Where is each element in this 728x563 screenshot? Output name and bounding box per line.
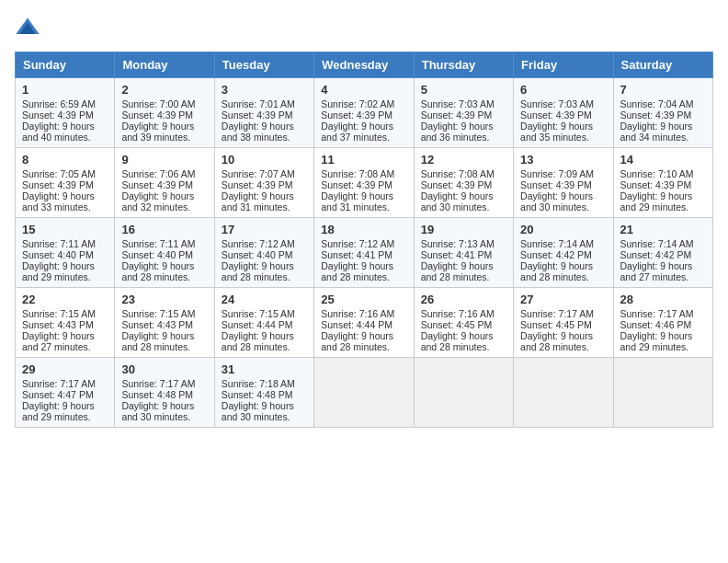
day-number: 8 bbox=[22, 153, 108, 167]
day-number: 21 bbox=[620, 223, 706, 236]
sunrise-label: Sunrise: 7:03 AM bbox=[421, 98, 495, 109]
daylight-label: Daylight: 9 hours and 29 minutes. bbox=[620, 330, 693, 352]
calendar-cell: 11 Sunrise: 7:08 AM Sunset: 4:39 PM Dayl… bbox=[314, 148, 414, 218]
sunrise-label: Sunrise: 7:17 AM bbox=[121, 378, 195, 389]
day-number: 27 bbox=[520, 293, 606, 306]
calendar-cell: 16 Sunrise: 7:11 AM Sunset: 4:40 PM Dayl… bbox=[115, 218, 214, 288]
calendar-cell: 9 Sunrise: 7:06 AM Sunset: 4:39 PM Dayli… bbox=[115, 148, 214, 218]
weekday-header: Wednesday bbox=[314, 52, 414, 78]
daylight-label: Daylight: 9 hours and 40 minutes. bbox=[22, 121, 95, 143]
calendar-cell: 24 Sunrise: 7:15 AM Sunset: 4:44 PM Dayl… bbox=[214, 288, 313, 358]
sunset-label: Sunset: 4:42 PM bbox=[620, 249, 692, 260]
day-number: 10 bbox=[222, 153, 307, 167]
calendar-header-row: SundayMondayTuesdayWednesdayThursdayFrid… bbox=[16, 52, 713, 78]
day-number: 17 bbox=[222, 223, 307, 236]
calendar-cell: 7 Sunrise: 7:04 AM Sunset: 4:39 PM Dayli… bbox=[613, 78, 712, 148]
calendar-cell: 28 Sunrise: 7:17 AM Sunset: 4:46 PM Dayl… bbox=[613, 288, 712, 358]
sunrise-label: Sunrise: 7:18 AM bbox=[222, 378, 295, 389]
sunset-label: Sunset: 4:39 PM bbox=[222, 109, 293, 121]
sunrise-label: Sunrise: 7:12 AM bbox=[222, 238, 295, 249]
day-number: 23 bbox=[121, 293, 207, 306]
day-number: 19 bbox=[421, 223, 506, 236]
daylight-label: Daylight: 9 hours and 30 minutes. bbox=[520, 190, 593, 213]
sunset-label: Sunset: 4:46 PM bbox=[620, 319, 692, 330]
weekday-header: Sunday bbox=[16, 52, 115, 78]
calendar-cell bbox=[314, 358, 414, 428]
daylight-label: Daylight: 9 hours and 31 minutes. bbox=[222, 190, 294, 213]
sunset-label: Sunset: 4:40 PM bbox=[222, 249, 293, 260]
day-number: 25 bbox=[321, 293, 406, 306]
day-number: 11 bbox=[321, 153, 406, 167]
day-number: 28 bbox=[620, 293, 706, 306]
calendar-week-row: 22 Sunrise: 7:15 AM Sunset: 4:43 PM Dayl… bbox=[16, 288, 713, 358]
sunrise-label: Sunrise: 7:11 AM bbox=[22, 238, 96, 249]
calendar-cell: 21 Sunrise: 7:14 AM Sunset: 4:42 PM Dayl… bbox=[613, 218, 712, 288]
sunrise-label: Sunrise: 7:13 AM bbox=[421, 238, 495, 249]
calendar-cell: 8 Sunrise: 7:05 AM Sunset: 4:39 PM Dayli… bbox=[16, 148, 115, 218]
sunset-label: Sunset: 4:44 PM bbox=[222, 319, 293, 330]
sunset-label: Sunset: 4:41 PM bbox=[421, 249, 493, 260]
weekday-header: Thursday bbox=[414, 52, 513, 78]
sunset-label: Sunset: 4:39 PM bbox=[222, 179, 293, 190]
day-number: 12 bbox=[421, 153, 506, 167]
day-number: 26 bbox=[421, 293, 506, 306]
sunset-label: Sunset: 4:45 PM bbox=[421, 319, 493, 330]
sunrise-label: Sunrise: 7:04 AM bbox=[620, 98, 694, 109]
sunrise-label: Sunrise: 7:01 AM bbox=[222, 98, 295, 109]
calendar-cell: 22 Sunrise: 7:15 AM Sunset: 4:43 PM Dayl… bbox=[16, 288, 115, 358]
daylight-label: Daylight: 9 hours and 32 minutes. bbox=[121, 190, 194, 213]
daylight-label: Daylight: 9 hours and 27 minutes. bbox=[620, 260, 693, 282]
sunrise-label: Sunrise: 6:59 AM bbox=[22, 98, 96, 109]
sunrise-label: Sunrise: 7:12 AM bbox=[321, 238, 394, 249]
calendar-cell: 1 Sunrise: 6:59 AM Sunset: 4:39 PM Dayli… bbox=[16, 78, 115, 148]
day-number: 4 bbox=[321, 83, 406, 97]
calendar-cell: 2 Sunrise: 7:00 AM Sunset: 4:39 PM Dayli… bbox=[115, 78, 214, 148]
sunset-label: Sunset: 4:39 PM bbox=[321, 109, 392, 121]
day-number: 13 bbox=[520, 153, 606, 167]
daylight-label: Daylight: 9 hours and 28 minutes. bbox=[321, 260, 393, 282]
sunset-label: Sunset: 4:43 PM bbox=[22, 319, 94, 330]
daylight-label: Daylight: 9 hours and 28 minutes. bbox=[520, 330, 593, 352]
sunrise-label: Sunrise: 7:05 AM bbox=[22, 168, 96, 179]
sunrise-label: Sunrise: 7:08 AM bbox=[421, 168, 495, 179]
weekday-header: Friday bbox=[514, 52, 613, 78]
sunrise-label: Sunrise: 7:15 AM bbox=[121, 308, 195, 319]
sunset-label: Sunset: 4:47 PM bbox=[22, 389, 94, 400]
day-number: 7 bbox=[620, 83, 706, 97]
calendar-table: SundayMondayTuesdayWednesdayThursdayFrid… bbox=[15, 52, 713, 428]
daylight-label: Daylight: 9 hours and 34 minutes. bbox=[620, 121, 693, 143]
sunrise-label: Sunrise: 7:17 AM bbox=[520, 308, 594, 319]
sunset-label: Sunset: 4:48 PM bbox=[222, 389, 293, 400]
day-number: 18 bbox=[321, 223, 406, 236]
day-number: 1 bbox=[22, 83, 108, 97]
calendar-cell: 27 Sunrise: 7:17 AM Sunset: 4:45 PM Dayl… bbox=[514, 288, 613, 358]
sunrise-label: Sunrise: 7:16 AM bbox=[421, 308, 495, 319]
calendar-cell: 6 Sunrise: 7:03 AM Sunset: 4:39 PM Dayli… bbox=[514, 78, 613, 148]
daylight-label: Daylight: 9 hours and 28 minutes. bbox=[421, 330, 494, 352]
sunset-label: Sunset: 4:39 PM bbox=[620, 109, 692, 121]
calendar-cell bbox=[514, 358, 613, 428]
daylight-label: Daylight: 9 hours and 39 minutes. bbox=[121, 121, 194, 143]
day-number: 16 bbox=[121, 223, 207, 236]
sunset-label: Sunset: 4:39 PM bbox=[22, 109, 94, 121]
daylight-label: Daylight: 9 hours and 35 minutes. bbox=[520, 121, 593, 143]
calendar-cell: 15 Sunrise: 7:11 AM Sunset: 4:40 PM Dayl… bbox=[16, 218, 115, 288]
calendar-cell: 17 Sunrise: 7:12 AM Sunset: 4:40 PM Dayl… bbox=[214, 218, 313, 288]
daylight-label: Daylight: 9 hours and 36 minutes. bbox=[421, 121, 494, 143]
sunrise-label: Sunrise: 7:06 AM bbox=[121, 168, 195, 179]
weekday-header: Tuesday bbox=[214, 52, 313, 78]
daylight-label: Daylight: 9 hours and 29 minutes. bbox=[22, 400, 95, 422]
daylight-label: Daylight: 9 hours and 28 minutes. bbox=[321, 330, 393, 352]
calendar-week-row: 1 Sunrise: 6:59 AM Sunset: 4:39 PM Dayli… bbox=[16, 78, 713, 148]
sunset-label: Sunset: 4:40 PM bbox=[22, 249, 94, 260]
logo-icon bbox=[15, 15, 40, 40]
daylight-label: Daylight: 9 hours and 27 minutes. bbox=[22, 330, 95, 352]
sunrise-label: Sunrise: 7:15 AM bbox=[222, 308, 295, 319]
daylight-label: Daylight: 9 hours and 28 minutes. bbox=[222, 330, 294, 352]
page-header bbox=[15, 15, 713, 40]
day-number: 22 bbox=[22, 293, 108, 306]
daylight-label: Daylight: 9 hours and 28 minutes. bbox=[421, 260, 494, 282]
calendar-week-row: 29 Sunrise: 7:17 AM Sunset: 4:47 PM Dayl… bbox=[16, 358, 713, 428]
calendar-week-row: 8 Sunrise: 7:05 AM Sunset: 4:39 PM Dayli… bbox=[16, 148, 713, 218]
sunset-label: Sunset: 4:39 PM bbox=[421, 179, 493, 190]
